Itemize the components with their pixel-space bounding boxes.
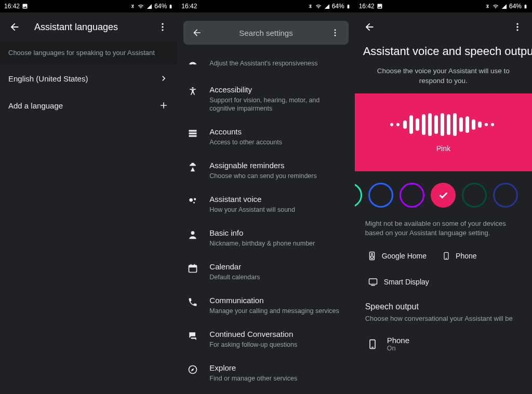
svg-point-44 xyxy=(370,256,373,259)
overflow-menu-button[interactable] xyxy=(325,22,345,43)
phone-icon xyxy=(442,250,450,262)
chevron-right-icon xyxy=(158,73,169,84)
svg-point-1 xyxy=(162,26,164,28)
settings-item[interactable]: Face Match xyxy=(177,390,354,394)
settings-item-title: Basic info xyxy=(209,228,315,238)
accounts-icon xyxy=(187,127,199,140)
svg-point-40 xyxy=(485,123,488,126)
settings-item[interactable]: Assistant voiceHow your Assistant will s… xyxy=(177,187,354,221)
settings-item-title: Calendar xyxy=(209,262,260,272)
speaker-icon xyxy=(367,250,377,262)
svg-point-11 xyxy=(194,198,196,200)
svg-point-26 xyxy=(396,123,400,126)
voice-preview-card[interactable]: Pink xyxy=(355,93,532,171)
svg-point-4 xyxy=(334,32,336,34)
svg-point-13 xyxy=(191,232,195,235)
svg-rect-16 xyxy=(191,264,192,266)
status-battery: 64% xyxy=(332,3,344,10)
wifi-icon xyxy=(137,4,144,9)
status-bar: 16:42 64% xyxy=(0,0,177,12)
add-language-row[interactable]: Add a language xyxy=(0,92,177,119)
settings-item-title: Assignable reminders xyxy=(209,161,316,171)
settings-item-desc: Nickname, birthday & phone number xyxy=(209,239,315,248)
wifi-icon xyxy=(492,4,499,9)
signal-icon xyxy=(501,4,508,9)
screen-assistant-languages: 16:42 64% Assistant languages Choose lan… xyxy=(0,0,177,394)
settings-item[interactable]: AccountsAccess to other accounts xyxy=(177,120,354,154)
overflow-menu-button[interactable] xyxy=(507,17,528,37)
search-settings-bar[interactable]: Search settings xyxy=(183,21,348,45)
device-chip: Smart Display xyxy=(367,277,429,287)
svg-rect-28 xyxy=(409,115,413,134)
speech-output-heading: Speech output xyxy=(355,297,532,315)
voice-option[interactable] xyxy=(462,183,487,208)
back-button[interactable] xyxy=(187,22,207,43)
device-label: Google Home xyxy=(382,252,427,260)
phone-icon xyxy=(367,337,378,351)
status-bar: 16:42 64% xyxy=(177,0,354,12)
image-icon xyxy=(22,3,28,9)
svg-rect-35 xyxy=(453,113,457,136)
speech-phone-value: On xyxy=(387,345,409,352)
bluetooth-icon xyxy=(308,4,313,9)
image-icon xyxy=(377,3,383,9)
assistant-voice-icon xyxy=(187,195,199,207)
svg-point-25 xyxy=(390,123,393,126)
svg-rect-39 xyxy=(478,121,482,128)
settings-item-title: Accounts xyxy=(209,127,282,137)
check-icon xyxy=(437,189,449,201)
settings-item[interactable]: CommunicationManage your calling and mes… xyxy=(177,289,354,322)
speech-output-phone-row[interactable]: Phone On xyxy=(355,331,532,357)
svg-rect-31 xyxy=(428,113,432,136)
settings-item-desc: Access to other accounts xyxy=(209,138,282,146)
waveform-icon xyxy=(389,112,498,137)
overflow-menu-button[interactable] xyxy=(152,17,173,37)
svg-rect-30 xyxy=(422,114,425,135)
back-button[interactable] xyxy=(359,17,380,37)
settings-item[interactable]: Basic infoNickname, birthday & phone num… xyxy=(177,221,354,255)
appbar xyxy=(355,12,532,42)
settings-item[interactable]: AccessibilitySupport for vision, hearing… xyxy=(177,78,354,120)
svg-point-23 xyxy=(516,26,518,28)
availability-note: Might not be available on some of your d… xyxy=(355,217,532,247)
settings-item-title: Accessibility xyxy=(209,85,345,95)
status-battery: 64% xyxy=(154,3,167,10)
plus-icon xyxy=(158,100,169,111)
svg-rect-9 xyxy=(189,135,197,137)
battery-icon xyxy=(523,3,528,10)
svg-point-2 xyxy=(162,29,164,31)
back-button[interactable] xyxy=(4,17,25,37)
settings-item[interactable]: CalendarDefault calendars xyxy=(177,255,354,289)
status-battery: 64% xyxy=(509,3,522,10)
voice-option[interactable] xyxy=(368,183,393,208)
svg-point-22 xyxy=(516,23,518,25)
svg-rect-38 xyxy=(472,119,475,130)
back-arrow-icon xyxy=(364,21,375,33)
battery-icon xyxy=(168,3,173,10)
voice-option[interactable] xyxy=(431,183,456,208)
more-vert-icon xyxy=(512,22,523,32)
settings-item[interactable]: Continued ConversationFor asking follow-… xyxy=(177,322,354,356)
device-label: Smart Display xyxy=(384,278,429,286)
page-title: Assistant languages xyxy=(34,22,152,33)
bluetooth-icon xyxy=(485,4,490,9)
settings-item-desc: Default calendars xyxy=(209,273,260,281)
voice-option[interactable] xyxy=(493,183,518,208)
voice-option[interactable] xyxy=(400,183,424,208)
accessibility-icon xyxy=(187,85,199,98)
svg-point-6 xyxy=(192,87,194,89)
appbar: Assistant languages xyxy=(0,12,177,42)
svg-point-24 xyxy=(516,29,518,31)
status-time: 16:42 xyxy=(4,3,20,10)
voice-options-row xyxy=(355,171,532,217)
settings-item-desc: Manage your calling and messaging servic… xyxy=(209,307,339,315)
settings-item-desc: How your Assistant will sound xyxy=(209,206,295,214)
settings-item-title: Assistant voice xyxy=(209,195,295,205)
wifi-icon xyxy=(315,4,322,9)
speech-phone-label: Phone xyxy=(387,336,409,345)
voice-option[interactable] xyxy=(355,183,362,208)
settings-item[interactable]: Assignable remindersChoose who can send … xyxy=(177,154,354,187)
selected-language-row[interactable]: English (United States) xyxy=(0,65,177,92)
settings-item[interactable]: ExploreFind or manage other services xyxy=(177,356,354,390)
settings-item[interactable]: Adjust the Assistant's responsiveness xyxy=(177,51,354,78)
